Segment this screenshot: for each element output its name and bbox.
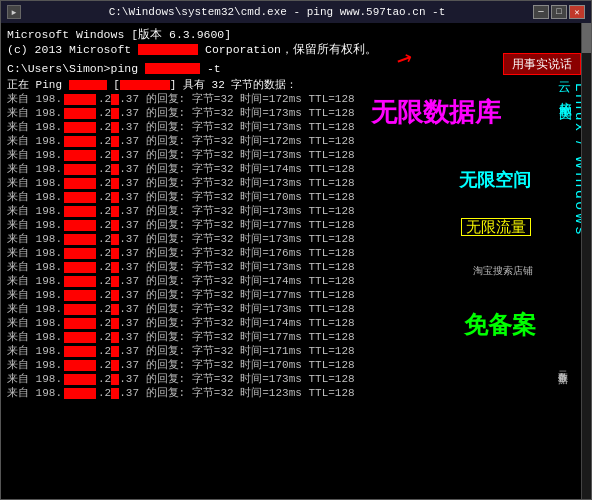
ping-row: 来自 198..2.37 的回复: 字节=32 时间=173ms TTL=128 [7, 302, 585, 316]
ping-row: 来自 198..2.37 的回复: 字节=32 时间=174ms TTL=128 [7, 274, 585, 288]
ping-row: 来自 198..2.37 的回复: 字节=32 时间=173ms TTL=128 [7, 232, 585, 246]
ping-row: 来自 198..2.37 的回复: 字节=32 时间=172ms TTL=128 [7, 92, 585, 106]
ping-row: 来自 198..2.37 的回复: 字节=32 时间=173ms TTL=128 [7, 372, 585, 386]
ping-row: 来自 198..2.37 的回复: 字节=32 时间=173ms TTL=128 [7, 204, 585, 218]
ping-row: 来自 198..2.37 的回复: 字节=32 时间=174ms TTL=128 [7, 316, 585, 330]
ping-status-line: 正在 Ping [] 具有 32 字节的数据： [7, 78, 585, 92]
header-line-2: (c) 2013 Microsoft Corporation，保留所有权利。 [7, 42, 585, 57]
ping-row: 来自 198..2.37 的回复: 字节=32 时间=177ms TTL=128 [7, 330, 585, 344]
ping-row: 来自 198..2.37 的回复: 字节=32 时间=170ms TTL=128 [7, 190, 585, 204]
ping-row: 来自 198..2.37 的回复: 字节=32 时间=177ms TTL=128 [7, 288, 585, 302]
ping-row: 来自 198..2.37 的回复: 字节=32 时间=170ms TTL=128 [7, 358, 585, 372]
scrollbar-thumb[interactable] [582, 23, 591, 53]
window-controls[interactable]: ─ □ ✕ [533, 5, 585, 19]
ping-row: 来自 198..2.37 的回复: 字节=32 时间=174ms TTL=128 [7, 162, 585, 176]
maximize-button[interactable]: □ [551, 5, 567, 19]
scrollbar[interactable] [581, 23, 591, 499]
ping-row: 来自 198..2.37 的回复: 字节=32 时间=173ms TTL=128 [7, 176, 585, 190]
ping-row: 来自 198..2.37 的回复: 字节=32 时间=177ms TTL=128 [7, 218, 585, 232]
ping-row: 来自 198..2.37 的回复: 字节=32 时间=173ms TTL=128 [7, 260, 585, 274]
window-title: C:\Windows\system32\cmd.exe - ping www.5… [21, 6, 533, 18]
ping-row: 来自 198..2.37 的回复: 字节=32 时间=173ms TTL=128 [7, 106, 585, 120]
title-bar: ► C:\Windows\system32\cmd.exe - ping www… [1, 1, 591, 23]
ping-rows: 来自 198..2.37 的回复: 字节=32 时间=172ms TTL=128… [7, 92, 585, 400]
cmd-window: ► C:\Windows\system32\cmd.exe - ping www… [0, 0, 592, 500]
ping-row: 来自 198..2.37 的回复: 字节=32 时间=173ms TTL=128 [7, 148, 585, 162]
ping-row: 来自 198..2.37 的回复: 字节=32 时间=171ms TTL=128 [7, 344, 585, 358]
ping-row: 来自 198..2.37 的回复: 字节=32 时间=173ms TTL=128 [7, 120, 585, 134]
ping-row: 来自 198..2.37 的回复: 字节=32 时间=176ms TTL=128 [7, 246, 585, 260]
header-line-3: C:\Users\Simon>ping -t [7, 61, 585, 76]
header-line-1: Microsoft Windows [版本 6.3.9600] [7, 27, 585, 42]
ping-row: 来自 198..2.37 的回复: 字节=32 时间=123ms TTL=128 [7, 386, 585, 400]
cmd-content: Microsoft Windows [版本 6.3.9600] (c) 2013… [1, 23, 591, 499]
ping-row: 来自 198..2.37 的回复: 字节=32 时间=172ms TTL=128 [7, 134, 585, 148]
minimize-button[interactable]: ─ [533, 5, 549, 19]
window-icon: ► [7, 5, 21, 19]
close-button[interactable]: ✕ [569, 5, 585, 19]
